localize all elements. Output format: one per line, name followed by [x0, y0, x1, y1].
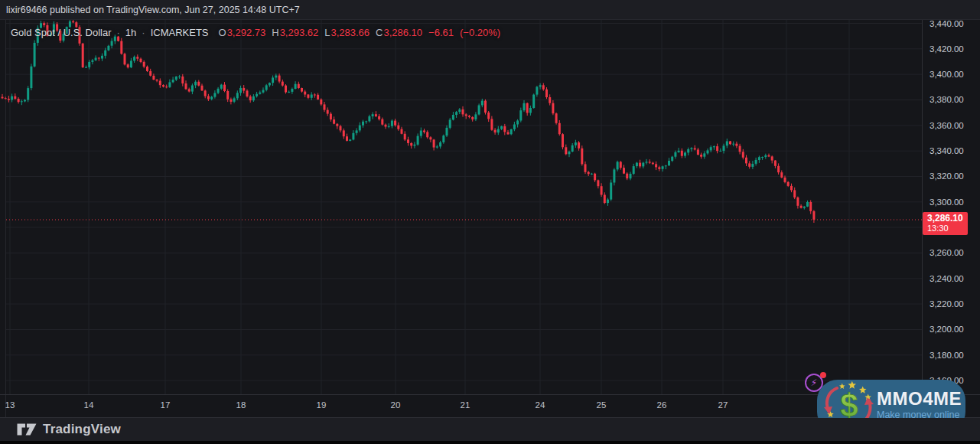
interval-label: 1h	[125, 27, 136, 38]
low-label: L	[324, 27, 330, 38]
open-value: 3,292.73	[227, 27, 266, 38]
close-label: C	[376, 27, 383, 38]
notification-dot	[820, 372, 826, 378]
price-axis[interactable]: 3,440.003,420.003,400.003,380.003,360.00…	[923, 20, 980, 394]
low-value: 3,283.66	[330, 27, 370, 38]
change-percent: (−0.20%)	[460, 27, 500, 38]
tradingview-wordmark[interactable]: TradingView	[43, 422, 121, 437]
candlestick-chart-canvas[interactable]	[0, 0, 980, 444]
published-text: lixir69466 published on TradingView.com,…	[6, 5, 300, 15]
tradingview-logo-icon[interactable]	[17, 423, 37, 436]
legend-separator: ·	[142, 27, 145, 38]
time-tick-label: 20	[384, 400, 407, 410]
footer-bar: TradingView	[0, 418, 980, 441]
price-axis-separator	[922, 20, 923, 417]
badge-title: MMO4ME	[877, 389, 962, 409]
price-tick-label: 3,400.00	[930, 69, 977, 80]
published-bar: lixir69466 published on TradingView.com,…	[0, 0, 980, 20]
high-label: H	[272, 27, 278, 38]
last-price-tag[interactable]: 3,286.10 13:30	[923, 212, 968, 235]
time-tick-label: 17	[154, 400, 177, 410]
time-tick-label: 21	[454, 400, 477, 410]
price-tick-label: 3,340.00	[930, 145, 977, 156]
time-tick-label: 25	[590, 400, 613, 410]
exchange-label: ICMARKETS	[151, 27, 209, 38]
chart-legend: Gold Spot / U.S. Dollar · 1h · ICMARKETS…	[11, 25, 500, 39]
price-tick-label: 3,300.00	[930, 197, 977, 207]
open-label: O	[219, 27, 226, 38]
ohlc-values: O3,292.73 H3,293.62 L3,283.66 C3,286.10 …	[219, 27, 501, 38]
high-value: 3,293.62	[280, 27, 319, 38]
time-tick-label: 19	[310, 400, 333, 410]
symbol-title: Gold Spot / U.S. Dollar	[11, 27, 112, 38]
bottom-edge	[0, 441, 980, 444]
last-price-value: 3,286.10	[927, 214, 968, 224]
price-tick-label: 3,360.00	[930, 120, 977, 131]
close-value: 3,286.10	[383, 27, 422, 38]
price-tick-label: 3,260.00	[930, 247, 977, 258]
star-icon	[859, 387, 867, 393]
tradingview-snapshot: lixir69466 published on TradingView.com,…	[0, 0, 980, 444]
price-tick-label: 3,200.00	[930, 324, 977, 335]
change-value: −6.61	[428, 27, 454, 38]
time-tick-label: 24	[529, 400, 552, 410]
time-tick-label: 27	[711, 400, 734, 410]
price-tick-label: 3,320.00	[930, 171, 977, 181]
time-tick-label: 18	[230, 400, 252, 410]
legend-separator: ·	[117, 27, 120, 38]
price-tick-label: 3,180.00	[930, 350, 977, 361]
bar-countdown: 13:30	[927, 224, 968, 233]
time-tick-label: 26	[650, 400, 673, 410]
price-tick-label: 3,440.00	[930, 18, 977, 29]
price-tick-label: 3,220.00	[930, 299, 977, 309]
price-tick-label: 3,240.00	[930, 273, 977, 284]
time-tick-label: 14	[77, 400, 100, 410]
time-tick-label: 13	[0, 400, 21, 410]
price-tick-label: 3,380.00	[930, 94, 977, 105]
price-tick-label: 3,420.00	[930, 44, 977, 54]
